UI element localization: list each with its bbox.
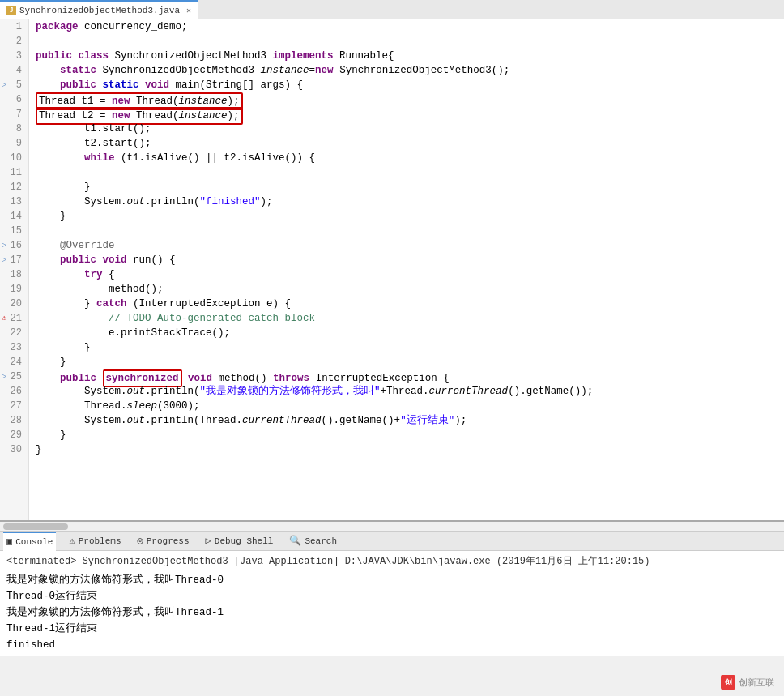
debug-shell-icon: ▷ [206,535,211,547]
watermark: 创 创新互联 [721,675,774,690]
editor-tab-bar: J SynchronizedObjectMethod3.java ✕ [0,0,784,19]
line-number-29: 29 [3,428,25,442]
scroll-thumb[interactable] [3,523,68,530]
editor-tab[interactable]: J SynchronizedObjectMethod3.java ✕ [0,0,198,19]
line-number-12: 12 [3,180,25,194]
console-output-line: Thread-0运行结束 [6,588,778,604]
code-line-27: Thread.sleep(3000); [36,399,778,413]
debug-shell-label: Debug Shell [215,536,274,546]
console-header: <terminated> SynchronizedObjectMethod3 [… [6,554,778,569]
line-number-22: 22 [3,326,25,340]
code-line-12: } [36,180,778,194]
tab-close-button[interactable]: ✕ [186,6,191,15]
progress-label: Progress [147,536,190,546]
line-numbers: 1234567891011121314151617181920212223242… [0,19,29,520]
console-label: Console [15,537,53,547]
code-line-29: } [36,428,778,442]
line-number-21: 21 [3,311,25,326]
watermark-logo: 创 [721,675,735,690]
code-line-1: package concurrency_demo; [36,19,778,34]
code-line-3: public class SynchronizedObjectMethod3 i… [36,49,778,63]
code-line-18: try { [36,267,778,282]
line-number-24: 24 [3,355,25,369]
code-line-13: System.out.println("finished"); [36,194,778,209]
line-number-11: 11 [3,165,25,180]
editor-scrollbar[interactable] [0,522,784,532]
line-number-20: 20 [3,297,25,311]
console-output-line: Thread-1运行结束 [6,621,778,637]
code-line-21: // TODO Auto-generated catch block [36,311,778,326]
console-output: 我是对象锁的方法修饰符形式，我叫Thread-0Thread-0运行结束我是对象… [6,572,778,653]
line-number-23: 23 [3,340,25,355]
code-line-16: @Override [36,238,778,253]
console-output-line: 我是对象锁的方法修饰符形式，我叫Thread-1 [6,604,778,621]
code-line-15 [36,224,778,238]
line-number-16: 16 [3,238,25,253]
code-line-14: } [36,209,778,224]
search-label: Search [305,536,337,546]
problems-icon: ⚠ [69,535,75,547]
line-number-13: 13 [3,194,25,209]
code-line-5: public static void main(String[] args) { [36,78,778,92]
line-number-18: 18 [3,267,25,282]
code-line-23: } [36,340,778,355]
code-line-19: method(); [36,282,778,297]
code-line-28: System.out.println(Thread.currentThread(… [36,413,778,428]
line-number-5: 5 [3,78,25,92]
console-tab-search[interactable]: 🔍Search [286,532,340,551]
console-panel: ▣Console⚠Problems◎Progress▷Debug Shell🔍S… [0,532,784,656]
line-number-26: 26 [3,384,25,399]
line-number-15: 15 [3,224,25,238]
code-line-2 [36,34,778,49]
line-number-14: 14 [3,209,25,224]
line-number-6: 6 [3,92,25,107]
code-line-30: } [36,442,778,457]
code-line-10: while (t1.isAlive() || t2.isAlive()) { [36,151,778,165]
console-content: <terminated> SynchronizedObjectMethod3 [… [0,551,784,656]
search-icon: 🔍 [289,535,301,547]
code-line-20: } catch (InterruptedException e) { [36,297,778,311]
tab-label: SynchronizedObjectMethod3.java [19,6,180,15]
code-line-8: t1.start(); [36,122,778,136]
line-number-19: 19 [3,282,25,297]
code-line-7: Thread t2 = new Thread(instance); [36,107,778,122]
progress-icon: ◎ [138,535,143,547]
line-number-4: 4 [3,63,25,78]
console-tab-console[interactable]: ▣Console [3,532,56,551]
code-line-26: System.out.println("我是对象锁的方法修饰符形式，我叫"+Th… [36,384,778,399]
line-number-1: 1 [3,19,25,34]
line-number-27: 27 [3,399,25,413]
code-line-9: t2.start(); [36,136,778,151]
console-tab-bar: ▣Console⚠Problems◎Progress▷Debug Shell🔍S… [0,532,784,551]
console-tab-debug-shell[interactable]: ▷Debug Shell [202,532,277,551]
watermark-text: 创新互联 [739,677,774,689]
code-line-22: e.printStackTrace(); [36,326,778,340]
console-tab-progress[interactable]: ◎Progress [134,532,193,551]
code-line-17: public void run() { [36,253,778,267]
console-output-line: 我是对象锁的方法修饰符形式，我叫Thread-0 [6,572,778,588]
java-file-icon: J [6,6,16,15]
code-line-11 [36,165,778,180]
code-line-4: static SynchronizedObjectMethod3 instanc… [36,63,778,78]
code-content[interactable]: package concurrency_demo;public class Sy… [29,19,784,520]
line-number-2: 2 [3,34,25,49]
console-icon: ▣ [6,536,12,548]
code-editor: 1234567891011121314151617181920212223242… [0,19,784,522]
line-number-30: 30 [3,442,25,457]
problems-label: Problems [79,536,121,546]
line-number-25: 25 [3,369,25,384]
line-number-3: 3 [3,49,25,63]
code-line-24: } [36,355,778,369]
line-number-7: 7 [3,107,25,122]
console-output-line: finished [6,637,778,653]
code-line-25: public synchronized void method() throws… [36,369,778,384]
line-number-10: 10 [3,151,25,165]
console-tab-problems[interactable]: ⚠Problems [66,532,124,551]
line-number-9: 9 [3,136,25,151]
line-number-17: 17 [3,253,25,267]
line-number-8: 8 [3,122,25,136]
line-number-28: 28 [3,413,25,428]
code-line-6: Thread t1 = new Thread(instance); [36,92,778,107]
